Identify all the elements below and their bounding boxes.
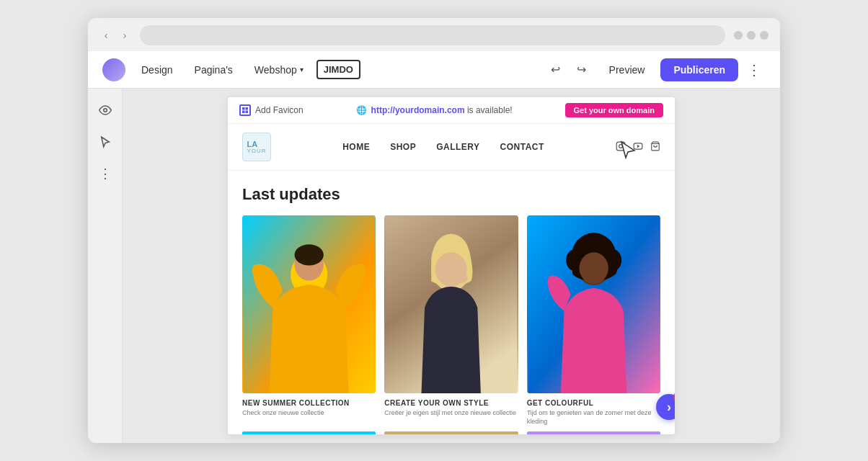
domain-available-text: is available!	[467, 105, 513, 115]
dot-3	[760, 31, 769, 40]
site-content: Last updates	[228, 171, 675, 434]
strip-2	[384, 431, 518, 434]
dot-1	[734, 31, 743, 40]
product-title-1: NEW SUMMER COLLECTION	[242, 399, 376, 407]
avatar-image	[102, 58, 125, 81]
browser-nav: ‹ ›	[99, 29, 131, 42]
publish-button[interactable]: Publiceren	[660, 58, 738, 81]
url-bar[interactable]	[140, 25, 725, 45]
domain-url: http://yourdomain.com is available!	[371, 105, 513, 115]
last-updates-heading: Last updates	[242, 185, 660, 204]
product-title-3: GET COLOURFUL	[527, 399, 660, 407]
cursor-button[interactable]	[92, 129, 118, 155]
webshop-chevron-icon: ▾	[300, 66, 304, 73]
domain-url-text: http://yourdomain.com	[371, 105, 465, 115]
favicon-icon	[239, 104, 251, 116]
jimdo-logo: JIMDO	[316, 60, 360, 79]
site-nav: LA YOUR HOME SHOP GALLERY CONTACT	[228, 124, 675, 171]
preview-button[interactable]: Preview	[598, 60, 657, 80]
domain-center: 🌐 http://yourdomain.com is available!	[356, 105, 513, 115]
nav-shop[interactable]: SHOP	[390, 142, 416, 152]
product-grid: NEW SUMMER COLLECTION Check onze nieuwe …	[242, 215, 660, 426]
more-options-button[interactable]: ⋮	[743, 58, 766, 81]
site-nav-icons	[616, 141, 660, 153]
website-preview[interactable]: Add Favicon 🌐 http://yourdomain.com is a…	[123, 89, 780, 443]
avatar[interactable]	[102, 58, 125, 81]
strip-3	[527, 431, 660, 434]
strip-1	[242, 431, 376, 434]
site-nav-links: HOME SHOP GALLERY CONTACT	[285, 142, 601, 152]
back-button[interactable]: ‹	[99, 29, 112, 42]
left-sidebar: ⋮	[88, 89, 123, 443]
logo-line1: LA	[247, 140, 266, 148]
favicon-section[interactable]: Add Favicon	[239, 104, 304, 116]
eye-button[interactable]	[92, 97, 118, 123]
chat-icon: ›	[667, 400, 671, 415]
svg-point-14	[295, 244, 324, 265]
undo-button[interactable]: ↩	[544, 58, 567, 81]
product-desc-2: Creëer je eigen stijl met onze nieuwe co…	[384, 409, 518, 418]
product-card-3[interactable]: GET COLOURFUL Tijd om te genieten van de…	[527, 215, 660, 426]
svg-marker-9	[637, 144, 640, 148]
undo-redo-group: ↩ ↪	[544, 58, 593, 81]
svg-rect-4	[246, 111, 249, 114]
product-desc-3: Tijd om te genieten van de zomer met dez…	[527, 409, 660, 426]
product-card-1[interactable]: NEW SUMMER COLLECTION Check onze nieuwe …	[242, 215, 376, 426]
add-favicon-label: Add Favicon	[255, 105, 304, 115]
more-sidebar-button[interactable]: ⋮	[92, 161, 118, 187]
preview-container: Add Favicon 🌐 http://yourdomain.com is a…	[228, 97, 675, 434]
svg-point-18	[455, 273, 468, 284]
design-button[interactable]: Design	[133, 60, 182, 80]
product-desc-1: Check onze nieuwe collectie	[242, 409, 376, 418]
product-image-1	[242, 215, 376, 393]
window-controls	[734, 31, 769, 40]
get-domain-button[interactable]: Get your own domain	[565, 103, 663, 117]
youtube-icon[interactable]	[633, 141, 643, 153]
bottom-strip	[242, 431, 660, 434]
nav-home[interactable]: HOME	[342, 142, 370, 152]
svg-point-0	[103, 109, 107, 112]
product-image-3	[527, 215, 660, 393]
nav-contact[interactable]: CONTACT	[500, 142, 544, 152]
product-title-2: CREATE YOUR OWN STYLE	[384, 399, 518, 407]
editor-area: ⋮ Ad	[88, 89, 780, 443]
svg-point-7	[623, 143, 624, 144]
logo-line2: YOUR	[247, 148, 266, 155]
svg-point-24	[579, 252, 608, 284]
product-card-2[interactable]: CREATE YOUR OWN STYLE Creëer je eigen st…	[384, 215, 518, 426]
globe-icon: 🌐	[356, 105, 367, 115]
redo-button[interactable]: ↪	[570, 58, 593, 81]
domain-bar: Add Favicon 🌐 http://yourdomain.com is a…	[228, 97, 675, 124]
browser-chrome: ‹ ›	[88, 18, 780, 51]
webshop-button[interactable]: Webshop ▾	[246, 60, 312, 80]
browser-window: ‹ › Design Pagina's Webshop ▾ JIMDO ↩ ↪	[88, 18, 780, 443]
pages-button[interactable]: Pagina's	[186, 60, 242, 80]
nav-gallery[interactable]: GALLERY	[436, 142, 479, 152]
svg-rect-1	[242, 107, 245, 110]
webshop-label: Webshop	[254, 64, 297, 76]
dots-icon: ⋮	[99, 167, 112, 180]
svg-rect-2	[246, 107, 249, 110]
cart-icon[interactable]	[650, 141, 660, 153]
instagram-icon[interactable]	[616, 141, 626, 153]
svg-point-6	[619, 144, 623, 148]
svg-rect-5	[616, 142, 625, 151]
forward-button[interactable]: ›	[118, 29, 131, 42]
site-logo: LA YOUR	[242, 133, 271, 161]
svg-rect-3	[242, 111, 245, 114]
product-image-2	[384, 215, 518, 393]
dot-2	[747, 31, 756, 40]
editor-toolbar: Design Pagina's Webshop ▾ JIMDO ↩ ↪ Prev…	[88, 51, 780, 89]
